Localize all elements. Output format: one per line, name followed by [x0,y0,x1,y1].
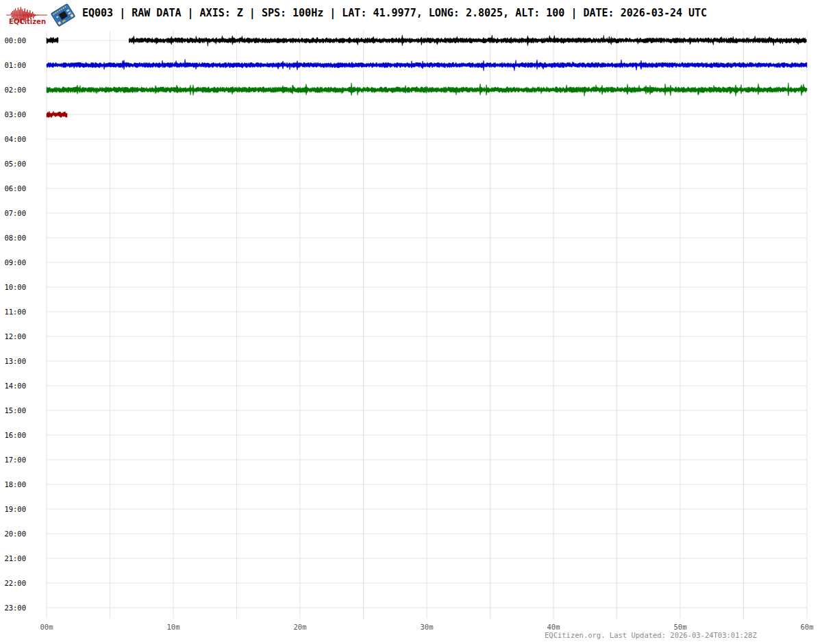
page-title: EQ003 | RAW DATA | AXIS: Z | SPS: 100Hz … [82,7,707,19]
y-axis-label: 07:00 [4,209,26,217]
y-axis-label: 06:00 [4,184,26,193]
seismic-trace-03:00 [47,111,67,118]
y-axis-label: 18:00 [4,480,26,488]
x-axis-label: 20m [294,623,307,631]
y-axis-label: 17:00 [4,456,26,464]
y-axis-label: 01:00 [4,61,26,69]
helicorder-plot: 00:0001:0002:0003:0004:0005:0006:0007:00… [0,0,822,644]
y-axis-label: 08:00 [4,234,26,242]
x-axis-label: 50m [674,623,687,631]
y-axis-label: 03:00 [4,110,26,119]
x-axis-label: 30m [421,623,434,631]
x-axis-label: 10m [167,623,180,631]
y-axis-label: 12:00 [4,332,26,340]
seismic-trace-00:00 [47,37,58,44]
y-axis-label: 16:00 [4,431,26,439]
y-axis-label: 02:00 [4,86,26,94]
y-axis-label: 15:00 [4,406,26,414]
y-axis-label: 11:00 [4,308,26,316]
y-axis-label: 09:00 [4,258,26,267]
eqcitizen-logo-text: EQCitizen [6,18,49,25]
x-axis-label: 00m [40,623,53,631]
helicorder-page: 00:0001:0002:0003:0004:0005:0006:0007:00… [0,0,822,644]
header: EQCitizen EQ003 | RAW DATA | AXIS: Z | S… [0,0,822,30]
y-axis-label: 22:00 [4,579,26,587]
x-axis-label: 40m [547,623,560,631]
y-axis-label: 19:00 [4,505,26,513]
y-axis-label: 10:00 [4,283,26,291]
x-axis-label: 60m [801,623,814,631]
y-axis-label: 14:00 [4,382,26,390]
y-axis-label: 21:00 [4,554,26,562]
seismic-trace-00:00 [129,35,806,46]
y-axis-label: 13:00 [4,357,26,365]
y-axis-label: 20:00 [4,530,26,538]
footer-text: EQCitizen.org. Last Updated: 2026-03-24T… [545,631,757,639]
sensor-board-icon [48,1,78,29]
y-axis-label: 23:00 [4,604,26,612]
y-axis-label: 05:00 [4,160,26,168]
y-axis-label: 04:00 [4,135,26,143]
y-axis-label: 00:00 [4,36,26,45]
